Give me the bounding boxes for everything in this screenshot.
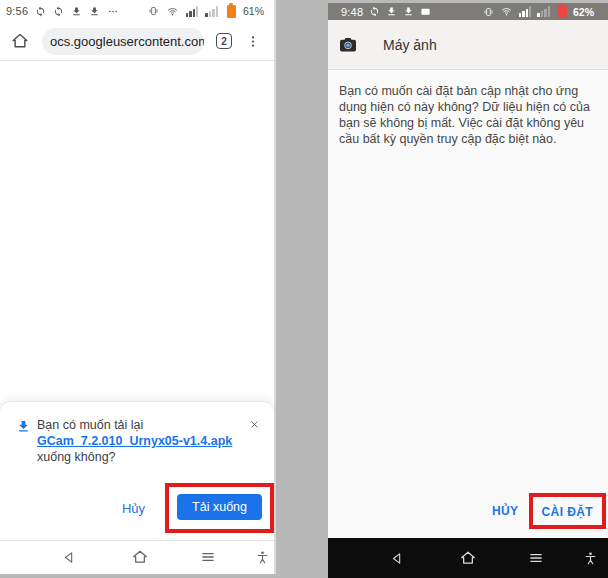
installer-actions: HỦY CÀI ĐẶT: [490, 493, 606, 529]
download-status-icon: [89, 6, 100, 17]
back-icon[interactable]: [57, 545, 81, 569]
installer-dialog-body: Bạn có muốn cài đặt bản cập nhật cho ứng…: [328, 70, 608, 538]
app-title: Máy ảnh: [383, 37, 437, 53]
close-icon[interactable]: [247, 417, 262, 432]
installer-screenshot: 9:48 62% Máy ảnh Bạn có muốn cài đặt bản: [328, 3, 608, 578]
menu-kebab-icon[interactable]: [246, 33, 260, 50]
clock: 9:56: [6, 5, 28, 17]
home-nav-icon[interactable]: [128, 545, 152, 569]
sync-icon: [369, 6, 380, 17]
accessibility-icon[interactable]: [250, 545, 274, 569]
download-prompt-line2: xuống không?: [37, 449, 232, 465]
battery-percent: 62%: [573, 6, 594, 18]
annotation-red-box: CÀI ĐẶT: [529, 493, 606, 529]
accessibility-icon[interactable]: [578, 546, 602, 570]
android-nav-bar-left: [0, 540, 274, 573]
chrome-screenshot: 9:56 61% ocs.googleusercontent.com 2: [0, 0, 276, 574]
address-bar[interactable]: ocs.googleusercontent.com: [42, 28, 204, 55]
cancel-install-button[interactable]: HỦY: [490, 500, 521, 522]
annotation-red-box: Tải xuống: [165, 483, 274, 533]
vibrate-icon: [483, 6, 494, 18]
battery-icon: [558, 5, 567, 18]
home-nav-icon[interactable]: [456, 546, 480, 570]
download-confirm-button[interactable]: Tải xuống: [177, 494, 262, 520]
url-text: ocs.googleusercontent.com: [50, 34, 204, 49]
recents-icon[interactable]: [524, 546, 548, 570]
tab-count: 2: [221, 36, 227, 47]
download-status-icon: [71, 6, 82, 17]
sync-icon: [35, 6, 46, 17]
download-bottom-sheet: Bạn có muốn tải lại GCam_7.2.010_Urnyx05…: [0, 402, 274, 540]
sheet-actions: Hủy Tải xuống: [120, 483, 274, 533]
signal-bars-icon: [519, 6, 532, 17]
wifi-icon: [500, 6, 513, 17]
two-screenshot-collage: 9:56 61% ocs.googleusercontent.com 2: [0, 0, 608, 578]
install-button[interactable]: CÀI ĐẶT: [542, 505, 593, 519]
wifi-icon: [166, 6, 179, 17]
signal-bars-icon: [537, 6, 550, 17]
clock: 9:48: [341, 6, 363, 18]
cancel-download-button[interactable]: Hủy: [120, 497, 147, 520]
installer-header: Máy ảnh: [328, 20, 608, 70]
vibrate-icon: [148, 5, 159, 17]
battery-icon: [227, 5, 236, 18]
signal-bars-icon: [205, 6, 218, 17]
camera-app-icon: [339, 37, 357, 53]
android-nav-bar-right: [328, 538, 608, 578]
signal-bars-icon: [186, 6, 199, 17]
tab-switcher[interactable]: 2: [216, 33, 232, 49]
status-bar-right: 9:48 62%: [328, 3, 608, 20]
home-icon[interactable]: [10, 31, 30, 51]
battery-percent: 61%: [243, 5, 264, 17]
download-icon: [16, 419, 31, 434]
sync-icon: [53, 6, 64, 17]
more-notifications-icon: [107, 6, 119, 17]
download-status-icon: [403, 6, 414, 17]
install-prompt-message: Bạn có muốn cài đặt bản cập nhật cho ứng…: [328, 70, 608, 147]
apk-file-link[interactable]: GCam_7.2.010_Urnyx05-v1.4.apk: [37, 433, 232, 449]
back-icon[interactable]: [385, 546, 409, 570]
download-prompt-line1: Bạn có muốn tải lại: [37, 417, 232, 433]
download-status-icon: [386, 6, 397, 17]
chrome-toolbar: ocs.googleusercontent.com 2: [0, 22, 274, 61]
status-bar-left: 9:56 61%: [0, 0, 274, 22]
screenshot-status-icon: [420, 6, 431, 17]
blank-web-page: [0, 62, 274, 402]
recents-icon[interactable]: [196, 545, 220, 569]
